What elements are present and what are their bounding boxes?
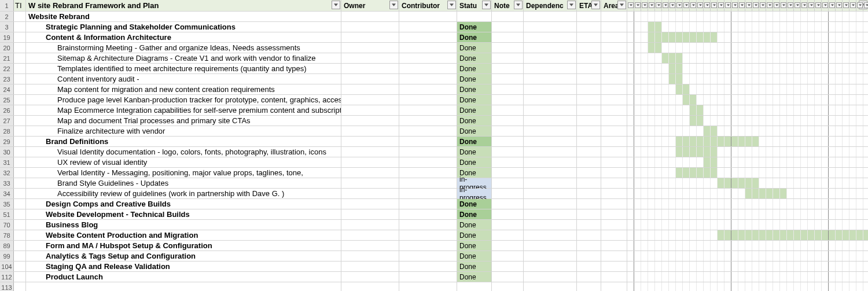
gantt-header-cell[interactable] xyxy=(738,0,745,11)
gantt-cell[interactable] xyxy=(697,126,704,136)
gantt-cell[interactable] xyxy=(794,178,801,188)
filter-dropdown-icon[interactable] xyxy=(850,2,856,8)
gantt-cell[interactable] xyxy=(794,43,801,53)
gantt-cell[interactable] xyxy=(836,105,843,115)
gantt-cell[interactable] xyxy=(731,22,738,32)
cell-i[interactable] xyxy=(601,22,627,32)
gantt-cell[interactable] xyxy=(808,12,815,21)
gantt-cell[interactable] xyxy=(745,251,752,261)
gantt-cell[interactable] xyxy=(641,147,648,157)
gantt-cell[interactable] xyxy=(697,282,704,291)
cell-d[interactable] xyxy=(399,105,457,115)
gantt-cell[interactable] xyxy=(690,230,697,240)
gantt-cell[interactable] xyxy=(711,168,718,178)
cell-g[interactable] xyxy=(524,74,577,84)
gantt-cell[interactable] xyxy=(843,251,849,261)
cell-d[interactable] xyxy=(399,64,457,73)
gantt-cell[interactable] xyxy=(676,12,683,21)
cell-h[interactable] xyxy=(577,220,601,230)
filter-dropdown-icon[interactable] xyxy=(781,2,786,8)
gantt-cell[interactable] xyxy=(690,126,697,136)
gantt-cell[interactable] xyxy=(801,105,808,115)
header-owner[interactable]: Owner xyxy=(341,0,399,11)
gantt-cell[interactable] xyxy=(634,64,641,73)
gantt-cell[interactable] xyxy=(718,105,724,115)
cell-h[interactable] xyxy=(577,32,601,42)
gantt-cell[interactable] xyxy=(648,157,655,167)
filter-dropdown-icon[interactable] xyxy=(753,2,759,8)
gantt-cell[interactable] xyxy=(801,272,808,282)
cell-g[interactable] xyxy=(524,84,577,94)
gantt-cell[interactable] xyxy=(669,261,676,271)
gantt-cell[interactable] xyxy=(801,199,808,209)
gantt-cell[interactable] xyxy=(780,64,787,73)
gantt-cell[interactable] xyxy=(822,116,829,126)
gantt-header-cell[interactable] xyxy=(697,0,704,11)
gantt-cell[interactable] xyxy=(780,95,787,105)
gantt-cell[interactable] xyxy=(731,147,738,157)
gantt-cell[interactable] xyxy=(836,209,843,219)
cell-d[interactable] xyxy=(399,43,457,53)
gantt-cell[interactable] xyxy=(787,261,794,271)
cell-a[interactable] xyxy=(14,12,26,21)
cell-f[interactable] xyxy=(492,147,524,157)
gantt-cell[interactable] xyxy=(627,105,634,115)
cell-c[interactable] xyxy=(341,157,399,167)
cell-g[interactable] xyxy=(524,282,577,291)
gantt-cell[interactable] xyxy=(856,105,863,115)
gantt-cell[interactable] xyxy=(843,178,849,188)
gantt-cell[interactable] xyxy=(822,178,829,188)
gantt-cell[interactable] xyxy=(822,209,829,219)
cell-a[interactable] xyxy=(14,178,26,188)
gantt-cell[interactable] xyxy=(856,137,863,146)
gantt-cell[interactable] xyxy=(704,261,711,271)
gantt-cell[interactable] xyxy=(648,168,655,178)
gantt-cell[interactable] xyxy=(627,126,634,136)
gantt-cell[interactable] xyxy=(641,241,648,251)
gantt-cell[interactable] xyxy=(766,43,773,53)
gantt-cell[interactable] xyxy=(690,241,697,251)
gantt-cell[interactable] xyxy=(704,95,711,105)
cell-c[interactable] xyxy=(341,251,399,261)
gantt-cell[interactable] xyxy=(676,147,683,157)
gantt-cell[interactable] xyxy=(711,84,718,94)
gantt-cell[interactable] xyxy=(801,282,808,291)
gantt-cell[interactable] xyxy=(773,147,780,157)
cell-d[interactable] xyxy=(399,53,457,63)
gantt-cell[interactable] xyxy=(815,147,822,157)
gantt-cell[interactable] xyxy=(711,64,718,73)
gantt-cell[interactable] xyxy=(856,272,863,282)
gantt-cell[interactable] xyxy=(711,12,718,21)
gantt-cell[interactable] xyxy=(634,32,641,42)
gantt-cell[interactable] xyxy=(759,22,766,32)
gantt-cell[interactable] xyxy=(856,22,863,32)
gantt-cell[interactable] xyxy=(808,272,815,282)
gantt-cell[interactable] xyxy=(863,272,868,282)
gantt-cell[interactable] xyxy=(766,220,773,230)
gantt-cell[interactable] xyxy=(815,12,822,21)
gantt-cell[interactable] xyxy=(641,95,648,105)
gantt-cell[interactable] xyxy=(836,168,843,178)
gantt-header-cell[interactable] xyxy=(801,0,808,11)
gantt-header-cell[interactable] xyxy=(745,0,752,11)
gantt-cell[interactable] xyxy=(752,74,759,84)
status-cell[interactable]: Done xyxy=(457,53,492,63)
gantt-cell[interactable] xyxy=(766,53,773,63)
gantt-cell[interactable] xyxy=(822,199,829,209)
gantt-cell[interactable] xyxy=(634,147,641,157)
gantt-cell[interactable] xyxy=(849,241,856,251)
gantt-cell[interactable] xyxy=(780,32,787,42)
cell-g[interactable] xyxy=(524,116,577,126)
gantt-cell[interactable] xyxy=(731,105,738,115)
gantt-cell[interactable] xyxy=(690,116,697,126)
filter-dropdown-icon[interactable] xyxy=(822,2,828,8)
header-note[interactable]: Note xyxy=(492,0,524,11)
gantt-cell[interactable] xyxy=(766,74,773,84)
task-name-cell[interactable]: Brainstorming Meeting - Gather and organ… xyxy=(26,43,341,53)
cell-f[interactable] xyxy=(492,74,524,84)
header-contributor[interactable]: Contributor xyxy=(399,0,457,11)
cell-i[interactable] xyxy=(601,178,627,188)
cell-c[interactable] xyxy=(341,126,399,136)
gantt-cell[interactable] xyxy=(815,157,822,167)
gantt-cell[interactable] xyxy=(662,43,669,53)
